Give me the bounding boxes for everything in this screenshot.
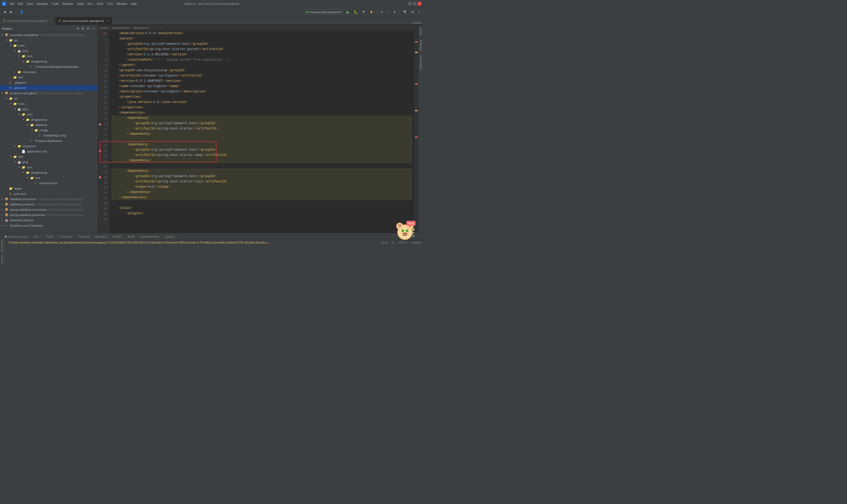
tree-producer-app[interactable]: ▷ C ProducerApplication	[0, 138, 98, 143]
maximize-button[interactable]: □	[413, 2, 417, 5]
tree-producer-test-tf[interactable]: ▼ 📁 test	[0, 175, 98, 181]
tab-services[interactable]: Services	[93, 233, 109, 240]
tree-consumer-root[interactable]: ▼ 📦 consumer-springboot D:\DingJiaxiong\…	[0, 32, 98, 38]
tree-scratches[interactable]: ▷ ✏ Scratches and Consoles	[0, 223, 98, 228]
sidebar-settings-button[interactable]: ⚙	[86, 26, 90, 31]
tab-producer-close[interactable]: ✕	[50, 20, 52, 22]
tree-producer-rmqconfig[interactable]: ▷ C RabbitMQConfig	[0, 133, 98, 138]
status-charset[interactable]: UTF-8	[399, 241, 407, 244]
tree-producer-test-java[interactable]: ▼ ☕ java	[0, 159, 98, 165]
tab-dependencies[interactable]: Dependencies	[138, 233, 162, 240]
settings-button[interactable]: ⚙	[410, 10, 416, 15]
tab-problems[interactable]: Problems	[57, 233, 75, 240]
tree-producer-djx[interactable]: ▼ 📁 dingjiaxiong	[0, 117, 98, 122]
toolbar-forward-button[interactable]: ▶	[8, 10, 14, 15]
menu-vcs[interactable]: VCS	[105, 2, 114, 6]
ln-17: 17	[100, 106, 107, 111]
tree-consumer-com[interactable]: ▼ 📁 com	[0, 53, 98, 59]
vcs-button[interactable]: ↑	[386, 10, 391, 15]
tab-profiler[interactable]: Profiler	[110, 233, 125, 240]
tree-consumer-pom[interactable]: ▷ 🗒 pom.xml	[0, 85, 98, 91]
tree-spring-rmq-consumers[interactable]: ▷ 📦 spring-rabbitmq-consumers D:\DingJia…	[0, 207, 98, 212]
tab-consumer-close[interactable]: ✕	[107, 19, 109, 22]
status-encoding[interactable]: LF	[392, 241, 395, 244]
debug-button[interactable]: 🐛	[352, 9, 359, 15]
tree-consumer-app[interactable]: ▷ C ConsumerSpringbootApplication	[0, 64, 98, 69]
menu-edit[interactable]: Edit	[16, 2, 24, 6]
maven-panel-label[interactable]: Maven	[413, 21, 421, 24]
tree-consumer-djx[interactable]: ▼ 📁 dingjiaxiong	[0, 59, 98, 64]
toolbar-project-button[interactable]: 👤	[18, 10, 25, 15]
menu-view[interactable]: View	[25, 2, 35, 6]
tree-producer-config[interactable]: ▼ 📁 config	[0, 128, 98, 133]
code-content[interactable]: <modelVersion>4.0.0</modelVersion> <pare…	[109, 31, 415, 233]
sidebar-layout-button[interactable]: ☰	[81, 26, 85, 31]
tree-spring-rmq-producers[interactable]: ▷ 📦 spring-rabbitmq-producers D:\DingJia…	[0, 212, 98, 218]
bookmarks-tab[interactable]: Bookmarks	[1, 239, 3, 252]
tree-producer-test-djx[interactable]: ▼ 📁 dingjiaxiong	[0, 170, 98, 175]
status-indent[interactable]: 4 spaces	[411, 241, 421, 244]
menu-code[interactable]: Code	[50, 2, 60, 6]
tab-spring[interactable]: Spring	[163, 233, 177, 240]
breadcrumb-dependency[interactable]: dependency	[133, 26, 149, 30]
tab-todo[interactable]: TODO	[42, 233, 57, 240]
tree-producer-appyml[interactable]: ▷ 📄 application.yml	[0, 149, 98, 154]
close-button[interactable]: ✕	[418, 2, 421, 5]
coverage-button[interactable]: ☂	[361, 9, 367, 15]
maven-panel-tab[interactable]: Maven	[418, 25, 424, 37]
tree-producer-resources[interactable]: ▼ 📁 resources	[0, 143, 98, 149]
code-container[interactable]: ⚠ 11 4 5 6 7 8 9 10 11 12 13 14 15 16 17…	[98, 31, 418, 233]
menu-window[interactable]: Window	[115, 2, 129, 6]
tree-producer-java[interactable]: ▼ ☕ java	[0, 106, 98, 112]
tree-producer-rmq[interactable]: ▼ 📁 rabbitmq	[0, 122, 98, 128]
toolbar-back-button[interactable]: ◀	[2, 10, 7, 15]
menu-help[interactable]: Help	[129, 2, 139, 6]
menu-run[interactable]: Run	[86, 2, 94, 6]
tab-producer-pom[interactable]: 🗒 pom.xml (producer-springboot) ✕	[0, 17, 55, 24]
tree-consumer-main[interactable]: ▼ 📁 main	[0, 43, 98, 48]
run-button[interactable]: ▶	[345, 9, 351, 15]
tree-producer-pom[interactable]: ▷ 🗒 pom.xml	[0, 191, 98, 196]
search-everywhere-button[interactable]: 🔍	[402, 10, 409, 15]
tree-producer-root[interactable]: ▼ 📦 producer-springboot D:\DingJiaxiong\…	[0, 91, 98, 96]
tab-version-control[interactable]: Version Control	[2, 233, 31, 240]
tab-terminal[interactable]: Terminal	[75, 233, 92, 240]
tree-producer-test[interactable]: ▼ 📁 test	[0, 154, 98, 159]
menu-navigate[interactable]: Navigate	[35, 2, 50, 6]
status-time[interactable]: 22:22	[381, 241, 388, 244]
sidebar-collapse-button[interactable]: —	[91, 26, 95, 31]
database-panel-tab[interactable]: Database	[418, 37, 424, 53]
minimize-button[interactable]: ─	[408, 2, 412, 5]
tree-consumer-java[interactable]: ▼ ☕ java	[0, 48, 98, 53]
breadcrumb-dependencies[interactable]: dependencies	[112, 26, 130, 30]
tree-producer-main[interactable]: ▼ 📁 main	[0, 101, 98, 106]
tab-consumer-pom[interactable]: 🗒 pom.xml (consumer-springboot) ✕	[55, 17, 112, 24]
menu-file[interactable]: File	[8, 2, 16, 6]
tree-external-libs[interactable]: ▷ 📚 External Libraries	[0, 218, 98, 223]
tab-run[interactable]: Run	[31, 233, 42, 240]
sidebar-gear-button[interactable]: ⚙	[76, 26, 80, 31]
menu-build[interactable]: Build	[76, 2, 85, 6]
tree-rmq-producer[interactable]: ▷ 📦 rabbitmq-producer D:\DingJiaxiong\Id…	[0, 202, 98, 207]
tree-rmq-consumer[interactable]: ▷ 📦 rabbitmq-consumer D:\DingJiaxiong\Id…	[0, 196, 98, 202]
label-p-main: main	[18, 102, 25, 105]
tree-consumer-src[interactable]: ▼ 📁 src	[0, 38, 98, 43]
help-button[interactable]: ?	[417, 10, 421, 15]
run-config-selector[interactable]: ▶ ProducerTest.testSend ▾	[304, 9, 344, 15]
tree-consumer-gitignore[interactable]: ▷ ⊙ .gitignore	[0, 80, 98, 85]
tree-consumer-test[interactable]: ▷ 📁 test	[0, 75, 98, 80]
profile-button[interactable]: ⚡	[368, 10, 375, 15]
notifications-panel-tab[interactable]: Notifications	[418, 53, 424, 72]
tree-consumer-resources[interactable]: ▷ 📁 resources	[0, 69, 98, 75]
tree-producer-target[interactable]: ▷ 📁 target	[0, 186, 98, 191]
breadcrumb-project[interactable]: project	[100, 26, 109, 30]
menu-refactor[interactable]: Refactor	[61, 2, 75, 6]
tree-producer-test-com[interactable]: ▼ 📁 com	[0, 165, 98, 170]
tree-producer-src[interactable]: ▼ 📁 src	[0, 96, 98, 101]
menu-tools[interactable]: Tools	[95, 2, 105, 6]
tree-producer-test-class[interactable]: ▷ C ProducerTest	[0, 181, 98, 186]
update-button[interactable]: ↻	[379, 10, 385, 15]
tree-producer-com[interactable]: ▼ 📁 com	[0, 112, 98, 117]
tab-build[interactable]: Build	[125, 233, 137, 240]
vcs-push-button[interactable]: ⬇	[392, 10, 397, 15]
